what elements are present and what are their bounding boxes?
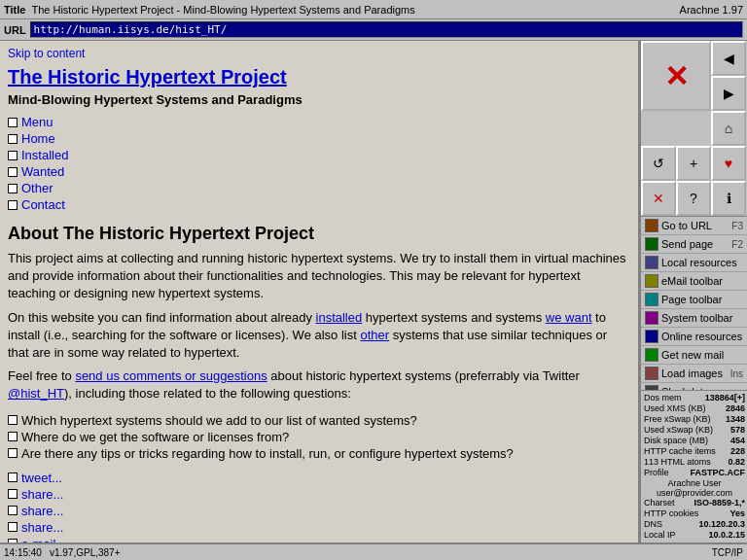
reload-button[interactable]: ↺ bbox=[641, 146, 676, 181]
system-toolbar-label: System toolbar bbox=[661, 312, 743, 324]
menu-get-mail[interactable]: Get new mail bbox=[641, 346, 747, 365]
menu-page-toolbar[interactable]: Page toolbar bbox=[641, 291, 747, 309]
question-text-2: Where do we get the software or licenses… bbox=[21, 430, 289, 444]
menu-slashdot[interactable]: Slashdot.org bbox=[641, 383, 747, 390]
social-share-3: share... bbox=[8, 520, 630, 535]
logo-symbol: ✕ bbox=[664, 59, 689, 93]
sysrow-profile: Profile FASTPC.ACF bbox=[644, 468, 745, 477]
nav-link-home[interactable]: Home bbox=[21, 131, 55, 146]
browser-logo-button[interactable]: ✕ bbox=[641, 41, 711, 111]
para2-mid: hypertext systems and systems bbox=[362, 310, 546, 325]
q-checkbox-3 bbox=[8, 448, 18, 458]
load-images-shortcut: Ins bbox=[730, 368, 743, 379]
goto-icon bbox=[645, 219, 658, 232]
html-atoms-value: 0.82 bbox=[728, 457, 745, 467]
charset-label: Charset bbox=[644, 498, 675, 508]
menu-system-toolbar[interactable]: System toolbar bbox=[641, 309, 747, 328]
dns-value: 10.120.20.3 bbox=[698, 519, 745, 529]
email-menu-icon bbox=[645, 274, 658, 288]
email-menu-label: eMail toolbar bbox=[661, 275, 743, 287]
menu-local[interactable]: Local resources bbox=[641, 254, 747, 272]
para3: Feel free to send us comments or suggest… bbox=[8, 368, 630, 402]
home-icon: ⌂ bbox=[725, 121, 732, 136]
send-icon bbox=[645, 237, 658, 251]
user-email-label: user@provider.com bbox=[644, 488, 745, 498]
back-button[interactable]: ◀ bbox=[711, 41, 746, 76]
forward-button[interactable]: ▶ bbox=[711, 76, 746, 111]
menu-load-images[interactable]: Load images Ins bbox=[641, 365, 747, 383]
get-mail-icon bbox=[645, 348, 658, 362]
menu-goto[interactable]: Go to URL F3 bbox=[641, 217, 747, 235]
local-label: Local resources bbox=[661, 257, 743, 268]
q-checkbox-1 bbox=[8, 415, 18, 425]
share-link-3[interactable]: share... bbox=[21, 520, 63, 535]
social-tweet: tweet... bbox=[8, 471, 630, 485]
dns-label: DNS bbox=[644, 519, 662, 529]
nav-checkbox-menu bbox=[8, 118, 18, 127]
info-button[interactable]: ℹ bbox=[711, 181, 746, 216]
question-item-1: Which hypertext systems should we add to… bbox=[8, 413, 630, 428]
para1: This project aims at collecting and runn… bbox=[8, 250, 630, 303]
favorite-button[interactable]: ♥ bbox=[711, 146, 746, 181]
url-label: URL bbox=[4, 24, 26, 36]
nav-link-other[interactable]: Other bbox=[21, 181, 53, 195]
tweet-link[interactable]: tweet... bbox=[21, 471, 62, 485]
question-item-2: Where do we get the software or licenses… bbox=[8, 430, 630, 444]
load-images-label: Load images bbox=[661, 368, 730, 379]
forward-icon: ▶ bbox=[724, 86, 734, 101]
menu-online[interactable]: Online resources bbox=[641, 328, 747, 346]
online-icon bbox=[645, 330, 658, 343]
localip-value: 10.0.2.15 bbox=[708, 530, 745, 540]
skip-to-content-link[interactable]: Skip to content bbox=[8, 47, 630, 60]
installed-link[interactable]: installed bbox=[316, 310, 363, 325]
page-title[interactable]: The Historic Hypertext Project bbox=[8, 66, 630, 88]
nav-item-home: Home bbox=[8, 131, 630, 146]
question-text-3: Are there any tips or tricks regarding h… bbox=[21, 446, 514, 461]
nav-item-other: Other bbox=[8, 181, 630, 195]
right-sidebar: ✕ ◀ ▶ ⌂ ↺ + ♥ bbox=[640, 41, 747, 542]
home-button[interactable]: ⌂ bbox=[711, 111, 746, 146]
share-link-2[interactable]: share... bbox=[21, 504, 63, 518]
nav-link-installed[interactable]: Installed bbox=[21, 148, 68, 162]
sysrow-html-atoms: 113 HTML atoms 0.82 bbox=[644, 457, 745, 467]
q-checkbox-2 bbox=[8, 432, 18, 441]
get-mail-label: Get new mail bbox=[661, 349, 743, 361]
online-label: Online resources bbox=[661, 331, 743, 342]
status-version: v1.97,GPL,387+ bbox=[50, 547, 121, 558]
http-cache-value: 228 bbox=[730, 446, 745, 456]
send-label: Send page bbox=[661, 238, 731, 250]
about-section: About The Historic Hypertext Project Thi… bbox=[8, 224, 630, 403]
sysrow-localip: Local IP 10.0.2.15 bbox=[644, 530, 745, 540]
menu-send[interactable]: Send page F2 bbox=[641, 235, 747, 254]
question-button[interactable]: ? bbox=[676, 181, 711, 216]
para2: On this website you can find information… bbox=[8, 309, 630, 363]
used-xswap-label: Used xSwap (KB) bbox=[644, 425, 713, 435]
para2-pre: On this website you can find information… bbox=[8, 310, 316, 325]
s-checkbox-share1 bbox=[8, 489, 18, 499]
nav-link-wanted[interactable]: Wanted bbox=[21, 164, 64, 179]
reload-icon: ↺ bbox=[653, 156, 664, 171]
twitter-hist-link[interactable]: @hist_HT bbox=[8, 386, 64, 401]
questions-list: Which hypertext systems should we add to… bbox=[8, 413, 630, 461]
send-us-link[interactable]: send us comments or suggestions bbox=[75, 368, 267, 383]
menu-area: Go to URL F3 Send page F2 Local resource… bbox=[641, 217, 747, 390]
url-input[interactable] bbox=[30, 21, 743, 38]
title-bar: Title The Historic Hypertext Project - M… bbox=[0, 0, 747, 19]
we-want-link[interactable]: we want bbox=[546, 310, 592, 325]
sysrow-free-xswap: Free xSwap (KB) 1348 bbox=[644, 414, 745, 424]
close-button[interactable]: ✕ bbox=[641, 181, 676, 216]
back-icon: ◀ bbox=[724, 51, 734, 66]
free-xswap-value: 1348 bbox=[726, 414, 745, 424]
nav-link-contact[interactable]: Contact bbox=[21, 197, 65, 212]
nav-link-menu[interactable]: Menu bbox=[21, 115, 53, 129]
menu-email[interactable]: eMail toolbar bbox=[641, 272, 747, 291]
nav-checkbox-wanted bbox=[8, 167, 18, 177]
title-label: Title bbox=[4, 4, 25, 16]
add-button[interactable]: + bbox=[676, 146, 711, 181]
goto-label: Go to URL bbox=[661, 220, 731, 231]
arachne-user-label: Arachne User bbox=[644, 478, 745, 488]
profile-value: FASTPC.ACF bbox=[690, 468, 745, 477]
other-link[interactable]: other bbox=[360, 328, 389, 342]
status-profile: TCP/IP bbox=[712, 547, 743, 558]
share-link-1[interactable]: share... bbox=[21, 487, 63, 502]
